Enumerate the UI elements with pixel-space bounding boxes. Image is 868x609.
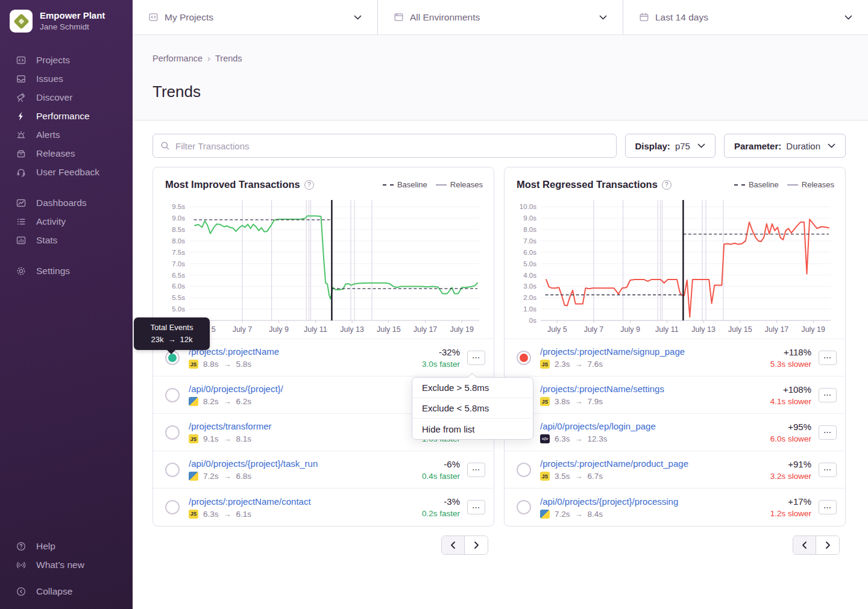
ellipsis-icon: ⋯ — [823, 391, 832, 399]
sidebar-item-performance[interactable]: Performance — [0, 107, 133, 125]
total-events-tooltip: Total Events 23k → 12k — [134, 317, 210, 350]
platform-icon: JS — [189, 434, 198, 443]
user-feedback-icon — [15, 166, 27, 178]
previous-page-button[interactable] — [442, 536, 465, 554]
collapse-icon — [15, 586, 27, 597]
sidebar-item-activity[interactable]: Activity — [0, 212, 133, 231]
sidebar-item-issues[interactable]: Issues — [0, 69, 133, 88]
transaction-row: /api/0/projects/ep/login_page </>6.3s→12… — [505, 414, 845, 451]
trend-percent: -32% — [422, 347, 460, 357]
svg-text:2.0s: 2.0s — [523, 294, 536, 301]
transaction-row: /projects/:projectName/product_page JS3.… — [505, 451, 845, 489]
arrow-right-icon: → — [575, 397, 583, 406]
platform-icon: JS — [540, 397, 550, 406]
row-actions-button[interactable]: ⋯ — [467, 500, 485, 514]
row-actions-button[interactable]: ⋯ — [467, 463, 485, 477]
transaction-link[interactable]: /projects/:projectName/signup_page — [540, 346, 764, 357]
sidebar: Empower Plant Jane Schmidt Projects Issu… — [0, 0, 133, 609]
sidebar-item-alerts[interactable]: Alerts — [0, 125, 133, 144]
trend-delta: 3.0s faster — [422, 360, 460, 369]
sidebar-item-whats-new[interactable]: What’s new — [0, 555, 133, 574]
search-icon — [160, 141, 170, 151]
arrow-right-icon: → — [168, 335, 176, 344]
next-page-button[interactable] — [816, 536, 839, 554]
menu-item-exclude-less[interactable]: Exclude < 5.8ms — [412, 398, 533, 419]
transaction-radio[interactable] — [517, 351, 531, 365]
transaction-link[interactable]: /projects/:projectName/settings — [540, 384, 764, 394]
transaction-radio[interactable] — [517, 463, 531, 477]
menu-item-hide-from-list[interactable]: Hide from list — [412, 419, 533, 439]
breadcrumb-trends: Trends — [215, 54, 242, 63]
transaction-link[interactable]: /api/0/projects/{project}/task_run — [189, 458, 416, 469]
transaction-radio[interactable] — [165, 463, 180, 477]
question-mark-icon[interactable]: ? — [662, 180, 671, 190]
transaction-link[interactable]: /projects/transformer — [189, 421, 416, 431]
parameter-dropdown[interactable]: Parameter: Duration — [724, 134, 846, 158]
arrow-right-icon: → — [575, 434, 583, 443]
row-actions-button[interactable]: ⋯ — [819, 425, 837, 440]
trend-delta: 1.2s slower — [770, 509, 811, 518]
trend-delta: 3.2s slower — [770, 472, 811, 481]
svg-text:6.5s: 6.5s — [172, 272, 185, 279]
sidebar-item-collapse[interactable]: Collapse — [0, 582, 133, 601]
empower-plant-logo-icon — [13, 13, 30, 30]
project-selector[interactable]: My Projects — [133, 0, 378, 34]
parameter-value: Duration — [786, 141, 820, 151]
svg-text:July 7: July 7 — [233, 325, 253, 334]
transaction-radio[interactable] — [165, 500, 180, 514]
sidebar-item-releases[interactable]: Releases — [0, 144, 133, 163]
display-dropdown[interactable]: Display: p75 — [625, 134, 715, 158]
row-actions-button[interactable]: ⋯ — [467, 351, 485, 365]
environment-selector[interactable]: All Environments — [378, 0, 623, 34]
transaction-context-menu: Exclude > 5.8ms Exclude < 5.8ms Hide fro… — [412, 377, 533, 440]
trend-delta: 0.2s faster — [422, 509, 460, 518]
sidebar-item-help[interactable]: Help — [0, 537, 133, 555]
row-actions-button[interactable]: ⋯ — [819, 351, 837, 365]
improved-trend-chart[interactable]: 5.0s5.5s6.0s6.5s7.0s7.5s8.0s8.5s9.0s9.5s… — [153, 194, 494, 339]
trend-percent: +91% — [770, 459, 811, 469]
transaction-radio[interactable] — [165, 388, 180, 402]
svg-text:July 5: July 5 — [547, 325, 567, 334]
ellipsis-icon: ⋯ — [472, 354, 480, 361]
search-input[interactable] — [175, 141, 609, 151]
projects-filter-icon — [148, 12, 159, 22]
sidebar-item-discover[interactable]: Discover — [0, 88, 133, 107]
environment-selector-label: All Environments — [410, 12, 593, 23]
panel-header: Most Improved Transactions ? Baseline Re… — [153, 167, 494, 194]
transaction-link[interactable]: /projects/:projectName/contact — [189, 496, 416, 507]
transaction-link[interactable]: /projects/:projectName/product_page — [540, 458, 764, 469]
arrow-right-icon: → — [575, 472, 583, 481]
ellipsis-icon: ⋯ — [472, 466, 480, 473]
transaction-link[interactable]: /api/0/projects/ep/login_page — [540, 421, 764, 431]
breadcrumb-performance[interactable]: Performance — [153, 54, 203, 63]
sidebar-nav: Projects Issues Discover Performance Ale… — [0, 51, 133, 280]
next-page-button[interactable] — [465, 536, 488, 554]
platform-icon: </> — [540, 434, 550, 443]
svg-text:July 13: July 13 — [340, 325, 364, 334]
svg-text:1.0s: 1.0s — [523, 305, 536, 313]
sidebar-item-user-feedback[interactable]: User Feedback — [0, 163, 133, 181]
ellipsis-icon: ⋯ — [823, 466, 832, 473]
transaction-radio[interactable] — [165, 425, 180, 440]
transaction-link[interactable]: /api/0/projects/{project}/processing — [540, 496, 764, 507]
date-range-selector[interactable]: Last 14 days — [623, 0, 868, 34]
svg-text:July 17: July 17 — [414, 325, 438, 334]
sidebar-item-stats[interactable]: Stats — [0, 231, 133, 249]
regressed-trend-chart[interactable]: 0s1.0s2.0s3.0s4.0s5.0s6.0s7.0s8.0s9.0s10… — [505, 194, 845, 339]
svg-text:July 9: July 9 — [620, 325, 640, 334]
svg-text:9.0s: 9.0s — [523, 214, 536, 222]
transaction-radio[interactable] — [517, 500, 531, 514]
transaction-row: /projects/:projectName/contact JS6.3s→6.… — [153, 489, 494, 526]
svg-text:9.5s: 9.5s — [172, 203, 185, 210]
sidebar-item-dashboards[interactable]: Dashboards — [0, 193, 133, 212]
sidebar-item-projects[interactable]: Projects — [0, 51, 133, 69]
question-mark-icon[interactable]: ? — [304, 180, 314, 190]
org-switcher[interactable]: Empower Plant Jane Schmidt — [0, 0, 133, 33]
transaction-link[interactable]: /projects/:projectName — [189, 346, 416, 357]
previous-page-button[interactable] — [793, 536, 816, 554]
row-actions-button[interactable]: ⋯ — [819, 388, 837, 402]
sidebar-item-settings[interactable]: Settings — [0, 261, 133, 280]
row-actions-button[interactable]: ⋯ — [819, 500, 837, 514]
row-actions-button[interactable]: ⋯ — [819, 463, 837, 477]
trend-delta: 0.4s faster — [422, 472, 460, 481]
